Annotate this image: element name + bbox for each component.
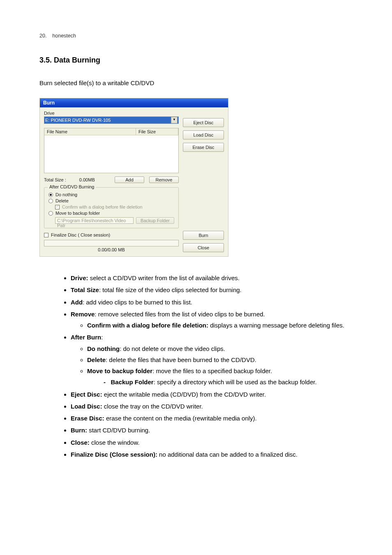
burn-dialog: Burn Drive E: PIONEER DVD-RW DVR-105 ▼ F… <box>39 98 228 257</box>
burn-progress-bar <box>44 240 179 246</box>
t-backup: : specify a directory which will be used… <box>154 379 317 385</box>
b-burn: Burn: <box>71 427 87 434</box>
b-delete: Delete <box>87 356 106 363</box>
opt-delete: Delete <box>55 198 69 203</box>
total-size-label: Total Size : <box>44 177 66 182</box>
close-button[interactable]: Close <box>183 243 224 252</box>
brand: honestech <box>52 33 76 39</box>
t-eject: eject the writable media (CD/DVD) from t… <box>102 391 266 398</box>
t-donothing: : do not delete or move the video clips. <box>120 345 225 352</box>
checkbox-confirm-delete[interactable]: ✓ <box>55 205 60 209</box>
dialog-titlebar: Burn <box>40 98 228 107</box>
col-file-size[interactable]: File Size <box>136 128 178 135</box>
b-load: Load Disc: <box>71 403 102 410</box>
t-close: close the window. <box>90 439 140 446</box>
t-after: : <box>101 334 103 341</box>
load-disc-button[interactable]: Load Disc <box>183 130 224 139</box>
add-button[interactable]: Add <box>115 176 144 183</box>
total-size-value: 0.00MB <box>79 177 95 182</box>
backup-folder-button[interactable]: Backup Folder <box>136 217 174 224</box>
radio-move-backup[interactable] <box>48 211 53 216</box>
b-confirm: Confirm with a dialog before file deleti… <box>87 322 208 329</box>
b-close: Close: <box>71 439 90 446</box>
opt-do-nothing: Do nothing <box>55 192 77 197</box>
group-title: After CD/DVD Burning <box>48 184 96 189</box>
progress-text: 0.00/0.00 MB <box>44 247 179 252</box>
t-add: : add video clips to be burned to this l… <box>83 299 192 306</box>
page-header: 20. honestech <box>39 33 354 39</box>
erase-disc-button[interactable]: Erase Disc <box>183 143 224 152</box>
dropdown-arrow-icon: ▼ <box>171 117 178 123</box>
file-list-table[interactable]: File Name File Size <box>44 128 179 173</box>
chk-confirm: Confirm with a dialog before file deleti… <box>62 204 143 209</box>
t-remove: : remove selected files from the list of… <box>95 311 265 318</box>
t-delete: : delete the files that have been burned… <box>106 356 256 363</box>
page-number: 20. <box>39 33 46 39</box>
t-move: : move the files to a specified backup f… <box>152 367 272 374</box>
section-title: 3.5. Data Burning <box>39 56 354 65</box>
drive-label: Drive <box>44 111 179 116</box>
b-eject: Eject Disc: <box>71 391 102 398</box>
b-add: Add <box>71 299 83 306</box>
b-drive: Drive: <box>71 274 88 281</box>
checkbox-finalize[interactable] <box>44 233 48 237</box>
t-total: : total file size of the video clips sel… <box>99 286 242 293</box>
opt-move: Move to backup folder <box>55 211 100 216</box>
t-burn: start CD/DVD burning. <box>87 427 150 434</box>
drive-value: E: PIONEER DVD-RW DVR-105 <box>45 118 111 123</box>
col-file-name[interactable]: File Name <box>44 128 136 135</box>
b-erase: Erase Disc: <box>71 415 104 422</box>
explanation-list: Drive: select a CD/DVD writer from the l… <box>39 273 354 459</box>
intro-text: Burn selected file(s) to a writable CD/D… <box>39 79 354 86</box>
b-donothing: Do nothing <box>87 345 120 352</box>
remove-button[interactable]: Remove <box>149 176 179 183</box>
t-erase: erase the content on the media (rewritab… <box>104 415 257 422</box>
burn-button[interactable]: Burn <box>183 231 224 240</box>
t-finalize: no additional data can be added to a fin… <box>157 451 297 458</box>
backup-path-input[interactable]: C:\Program Files\honestech Video Patr <box>55 217 134 224</box>
b-remove: Remove <box>71 311 95 318</box>
after-burning-group: After CD/DVD Burning Do nothing Delete ✓… <box>44 187 179 228</box>
drive-select[interactable]: E: PIONEER DVD-RW DVR-105 ▼ <box>44 116 179 124</box>
t-load: close the tray on the CD/DVD writer. <box>102 403 203 410</box>
t-confirm: displays a warning message before deleti… <box>208 322 344 329</box>
radio-do-nothing[interactable] <box>48 193 53 197</box>
radio-delete[interactable] <box>48 199 53 203</box>
b-move: Move to backup folder <box>87 367 152 374</box>
b-backup: Backup Folder <box>111 379 154 385</box>
t-drive: select a CD/DVD writer from the list of … <box>88 274 240 281</box>
finalize-label: Finalize Disc ( Close session) <box>51 232 110 237</box>
b-after: After Burn <box>71 334 101 341</box>
eject-disc-button[interactable]: Eject Disc <box>183 118 224 127</box>
b-finalize: Finalize Disc (Close session): <box>71 451 157 458</box>
b-total: Total Size <box>71 286 99 293</box>
